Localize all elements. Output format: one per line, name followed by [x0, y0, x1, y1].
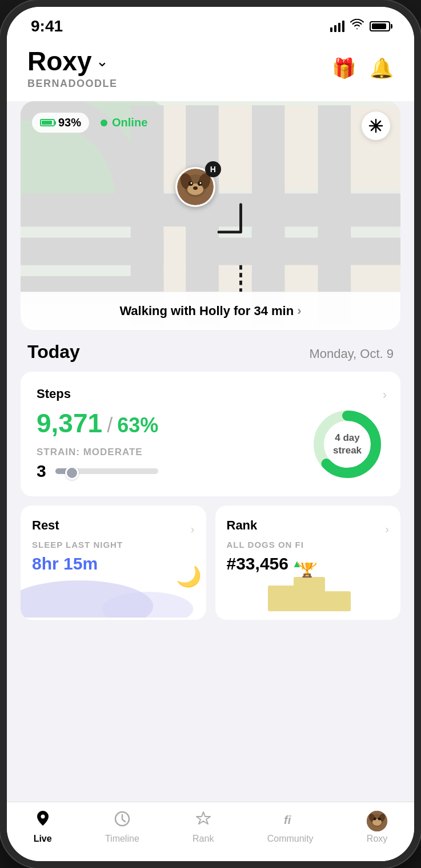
- svg-text:🏆: 🏆: [296, 563, 318, 579]
- status-bar: 9:41: [7, 7, 414, 40]
- pet-name-heading[interactable]: Roxy ⌄: [27, 46, 118, 77]
- pet-name-text: Roxy: [27, 46, 91, 77]
- status-time: 9:41: [31, 17, 63, 35]
- steps-count-display: 9,371 / 63%: [37, 408, 158, 439]
- walk-info-walker: Walking with Holly: [119, 304, 230, 318]
- section-title: Today: [27, 341, 80, 363]
- wifi-icon: [350, 19, 364, 34]
- svg-point-49: [374, 817, 376, 820]
- rank-chevron-icon: ›: [385, 523, 389, 536]
- strain-bar-fill: [55, 468, 76, 474]
- walk-info-arrow: ›: [297, 304, 301, 318]
- nav-item-timeline[interactable]: Timeline: [105, 810, 139, 844]
- nav-item-roxy[interactable]: Roxy: [367, 811, 387, 844]
- svg-rect-10: [219, 105, 252, 190]
- nav-label-community: Community: [267, 834, 314, 844]
- map-overlay-top: 93% Online: [32, 113, 147, 133]
- pet-name-block[interactable]: Roxy ⌄ BERNADOODLE: [27, 46, 118, 90]
- svg-text:fi: fi: [284, 814, 291, 826]
- battery-icon: [370, 21, 390, 31]
- donut-text: 4 day streak: [333, 432, 362, 457]
- svg-rect-37: [268, 586, 296, 611]
- nav-item-community[interactable]: fi Community: [267, 810, 314, 844]
- status-icons: [330, 19, 390, 34]
- section-header: Today Monday, Oct. 9: [7, 341, 414, 372]
- svg-rect-38: [294, 577, 325, 611]
- strain-value: 3: [37, 461, 46, 481]
- svg-rect-39: [322, 591, 351, 611]
- steps-divider: /: [107, 413, 113, 437]
- battery-percent: 93%: [58, 116, 81, 129]
- steps-left: 9,371 / 63% STRAIN: MODERATE 3: [37, 408, 158, 481]
- strain-label: STRAIN: MODERATE: [37, 447, 158, 458]
- nav-label-roxy: Roxy: [367, 834, 387, 844]
- h-badge: H: [205, 161, 221, 177]
- community-icon: fi: [282, 810, 299, 831]
- roxy-avatar: [367, 811, 387, 831]
- bottom-nav: Live Timeline Rank: [7, 802, 414, 861]
- rest-card-title: Rest: [32, 518, 59, 533]
- nav-label-live: Live: [34, 834, 52, 844]
- section-date: Monday, Oct. 9: [309, 347, 394, 361]
- nav-item-live[interactable]: Live: [34, 810, 52, 844]
- gift-icon[interactable]: 🎁: [332, 57, 356, 79]
- donut-chart: 4 day streak: [310, 407, 384, 481]
- steps-number: 9,371: [37, 408, 102, 439]
- svg-point-30: [199, 182, 201, 184]
- online-dot-icon: [101, 120, 107, 126]
- steps-row: 9,371 / 63% STRAIN: MODERATE 3: [37, 407, 384, 481]
- bell-icon[interactable]: 🔔: [370, 57, 394, 79]
- svg-point-29: [190, 182, 192, 184]
- svg-rect-11: [285, 105, 318, 190]
- strain-bar: [55, 468, 159, 474]
- chevron-down-icon: ⌄: [96, 53, 109, 70]
- header: Roxy ⌄ BERNADOODLE 🎁 🔔: [7, 40, 414, 101]
- steps-percentage: 63%: [117, 413, 158, 437]
- walk-info-duration: for 34 min: [234, 304, 294, 318]
- live-icon: [34, 810, 51, 831]
- rest-chevron-icon: ›: [191, 523, 195, 536]
- trophy-illustration: 🏆: [215, 563, 401, 614]
- map-card[interactable]: 93% Online: [21, 101, 400, 330]
- nav-label-timeline: Timeline: [105, 834, 139, 844]
- svg-point-41: [41, 815, 45, 819]
- nav-label-rank: Rank: [193, 834, 214, 844]
- signal-bars-icon: [330, 21, 344, 32]
- walk-info-bar[interactable]: Walking with Holly for 34 min ›: [21, 292, 400, 330]
- nav-item-rank[interactable]: Rank: [193, 810, 214, 844]
- steps-chevron-icon: ›: [383, 388, 387, 403]
- steps-card-label: Steps: [37, 387, 384, 401]
- rank-nav-icon: [195, 810, 212, 831]
- online-status: Online: [101, 116, 147, 129]
- rank-sub-label: ALL DOGS ON FI: [227, 540, 390, 550]
- timeline-icon: [114, 810, 131, 831]
- svg-text:🌙: 🌙: [176, 566, 202, 588]
- battery-pill-icon: [40, 119, 55, 126]
- svg-point-50: [378, 817, 381, 820]
- online-label: Online: [112, 116, 147, 129]
- pet-breed: BERNADOODLE: [27, 78, 118, 90]
- rank-card-title: Rank: [227, 518, 258, 533]
- rank-card[interactable]: Rank › ALL DOGS ON FI #33,456 ▲: [215, 505, 401, 620]
- steps-card[interactable]: Steps › 9,371 / 63% STRAIN: MODERATE 3: [21, 372, 400, 496]
- map-sparkle-button[interactable]: [362, 112, 390, 140]
- strain-row: 3: [37, 461, 158, 481]
- battery-status: 93%: [32, 113, 89, 133]
- dog-marker[interactable]: H: [175, 167, 215, 209]
- sleep-illustration: 🌙: [21, 566, 206, 620]
- header-actions: 🎁 🔔: [332, 57, 394, 79]
- bottom-cards-row: Rest › SLEEP LAST NIGHT 8hr 15m 🌙 Ra: [21, 505, 400, 620]
- rest-card[interactable]: Rest › SLEEP LAST NIGHT 8hr 15m 🌙: [21, 505, 206, 620]
- rest-sub-label: SLEEP LAST NIGHT: [32, 540, 195, 550]
- svg-point-31: [193, 186, 198, 190]
